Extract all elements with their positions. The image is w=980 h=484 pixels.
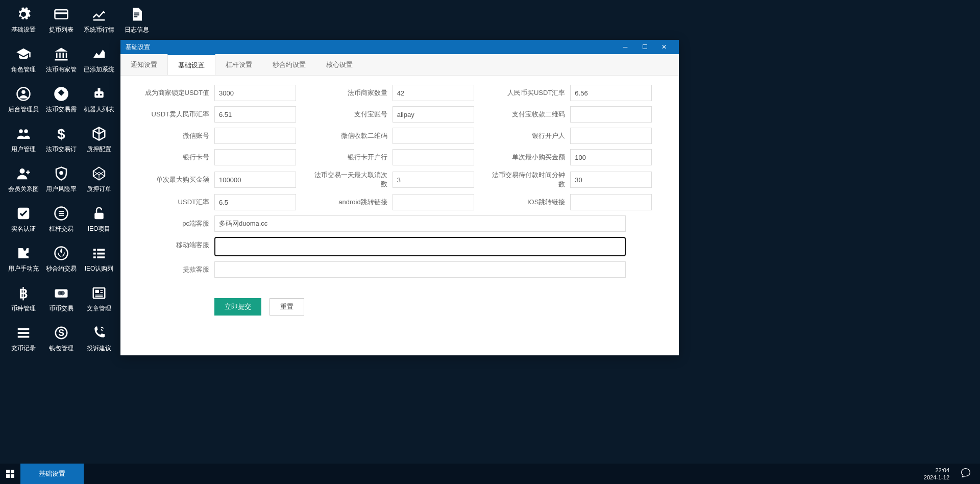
phone-icon — [81, 324, 117, 342]
clock[interactable]: 22:04 2024-1-12 — [924, 467, 949, 481]
desktop-icon-diamond[interactable]: 法币交易需 — [43, 85, 80, 114]
tab-0[interactable]: 通知设置 — [120, 54, 167, 75]
desktop-icon-btc[interactable]: ฿币种管理 — [5, 284, 42, 313]
label-ios-link: IOS跳转链接 — [488, 198, 570, 207]
desktop-icon-label: 法币商家管 — [43, 65, 80, 74]
label-android-link: android跳转链接 — [311, 198, 393, 207]
desktop-icon-cube[interactable]: 质押配置 — [81, 125, 117, 154]
svg-point-3 — [21, 90, 26, 94]
minimize-button[interactable]: ─ — [616, 40, 635, 54]
input-bank-holder[interactable] — [570, 128, 652, 144]
desktop-icon-label: 机器人列表 — [81, 105, 117, 114]
input-bank-branch[interactable] — [393, 149, 474, 165]
desktop-icon-dollar[interactable]: $法币交易订 — [43, 125, 80, 154]
diamond-icon — [43, 85, 80, 103]
label-mobile-service: 移动端客服 — [133, 237, 214, 256]
input-min-buy[interactable] — [570, 149, 652, 165]
user-plus-icon — [5, 164, 42, 183]
label-max-buy: 单次最大购买金额 — [133, 175, 214, 184]
desktop-icon-chart-up[interactable]: 系统币行情 — [81, 5, 117, 34]
label-wechat-account: 微信账号 — [133, 131, 214, 140]
grad-icon — [5, 45, 42, 63]
desktop-icon-bars[interactable]: 充币记录 — [5, 324, 42, 353]
desktop-icon-gear[interactable]: 基础设置 — [5, 5, 42, 34]
start-button[interactable] — [0, 464, 20, 484]
area-icon — [81, 45, 117, 63]
desktop-icon-poly[interactable]: 质押订单 — [81, 164, 117, 193]
input-max-buy[interactable] — [214, 172, 296, 188]
desktop-icon-bank[interactable]: 法币商家管 — [43, 45, 80, 74]
maximize-button[interactable]: ☐ — [635, 40, 654, 54]
desktop-icon-label: 实名认证 — [5, 225, 42, 233]
check-icon — [5, 204, 42, 223]
input-fiat-merchant-count[interactable] — [393, 85, 474, 101]
svg-point-7 — [100, 93, 102, 95]
desktop-icon-shield[interactable]: 用户风险率 — [43, 164, 80, 193]
desktop-icon-user-plus[interactable]: 会员关系图 — [5, 164, 42, 193]
shield-icon — [43, 164, 80, 183]
desktop-icon-rebel[interactable]: 秒合约交易 — [43, 244, 80, 273]
desktop-icon-label: 系统币行情 — [81, 26, 117, 34]
taskbar-task-active[interactable]: 基础设置 — [20, 464, 84, 484]
desktop-icon-skype[interactable]: S钱包管理 — [43, 324, 80, 353]
input-usdt-rate[interactable] — [214, 194, 296, 210]
input-merchant-lock-usdt[interactable] — [214, 85, 296, 101]
input-alipay-account[interactable] — [393, 106, 474, 123]
svg-point-6 — [96, 93, 98, 95]
label-merchant-lock-usdt: 成为商家锁定USDT值 — [133, 88, 214, 98]
desktop-icon-label: 投诉建议 — [81, 344, 117, 353]
desktop-icon-phone[interactable]: 投诉建议 — [81, 324, 117, 353]
label-pc-service: pc端客服 — [133, 215, 214, 232]
desktop-icon-news[interactable]: 文章管理 — [81, 284, 117, 313]
chat-icon[interactable] — [957, 468, 975, 480]
input-pc-service[interactable] — [214, 215, 626, 232]
label-bank-branch: 银行卡开户行 — [311, 153, 393, 162]
input-rmb-buy-usdt-rate[interactable] — [570, 85, 652, 101]
tab-1[interactable]: 基础设置 — [167, 54, 215, 75]
svg-rect-8 — [98, 88, 101, 91]
tab-2[interactable]: 杠杆设置 — [215, 54, 262, 75]
input-pay-wait-min[interactable] — [570, 172, 652, 188]
window-title: 基础设置 — [126, 43, 150, 52]
input-max-cancel[interactable] — [393, 172, 474, 188]
input-bank-card[interactable] — [214, 149, 296, 165]
desktop-icon-file[interactable]: 日志信息 — [118, 5, 155, 34]
label-bank-card: 银行卡号 — [133, 153, 214, 162]
desktop-icon-robot[interactable]: 机器人列表 — [81, 85, 117, 114]
tab-3[interactable]: 秒合约设置 — [262, 54, 316, 75]
input-wechat-qr[interactable] — [393, 128, 474, 144]
card-icon — [43, 5, 80, 23]
desktop-icon-area[interactable]: 已添加系统 — [81, 45, 117, 74]
input-android-link[interactable] — [393, 194, 474, 210]
input-alipay-qr[interactable] — [570, 106, 652, 123]
unlock-icon — [81, 204, 117, 223]
desktop-icon-circ-bars[interactable]: 杠杆交易 — [43, 204, 80, 233]
desktop-icon-label: IEO项目 — [81, 225, 117, 233]
desktop-icon-card[interactable]: 提币列表 — [43, 5, 80, 34]
desktop-icon-user-circle[interactable]: 后台管理员 — [5, 85, 42, 114]
input-usdt-sell-rmb-rate[interactable] — [214, 106, 296, 123]
desktop-icon-label: 充币记录 — [5, 344, 42, 353]
tab-4[interactable]: 核心设置 — [316, 54, 363, 75]
desktop-icon-users[interactable]: 用户管理 — [5, 125, 42, 154]
desktop-icon-label: 法币交易需 — [43, 105, 80, 114]
news-icon — [81, 284, 117, 302]
reset-button[interactable]: 重置 — [270, 298, 304, 316]
desktop-icon-check[interactable]: 实名认证 — [5, 204, 42, 233]
desktop-icon-label: 用户管理 — [5, 145, 42, 154]
submit-button[interactable]: 立即提交 — [214, 298, 261, 316]
close-button[interactable]: ✕ — [654, 40, 674, 54]
desktop-icon-unlock[interactable]: IEO项目 — [81, 204, 117, 233]
svg-rect-32 — [6, 470, 10, 473]
bars-icon — [5, 324, 42, 342]
titlebar[interactable]: 基础设置 ─ ☐ ✕ — [120, 40, 679, 54]
desktop-icon-grad[interactable]: 角色管理 — [5, 45, 42, 74]
input-withdraw-service[interactable] — [214, 261, 626, 278]
input-wechat-account[interactable] — [214, 128, 296, 144]
svg-rect-16 — [94, 213, 104, 220]
input-ios-link[interactable] — [570, 194, 652, 210]
desktop-icon-list[interactable]: IEO认购列 — [81, 244, 117, 273]
input-mobile-service[interactable] — [214, 237, 626, 256]
desktop-icon-mc[interactable]: 币币交易 — [43, 284, 80, 313]
desktop-icon-puzzle[interactable]: 用户手动充 — [5, 244, 42, 273]
